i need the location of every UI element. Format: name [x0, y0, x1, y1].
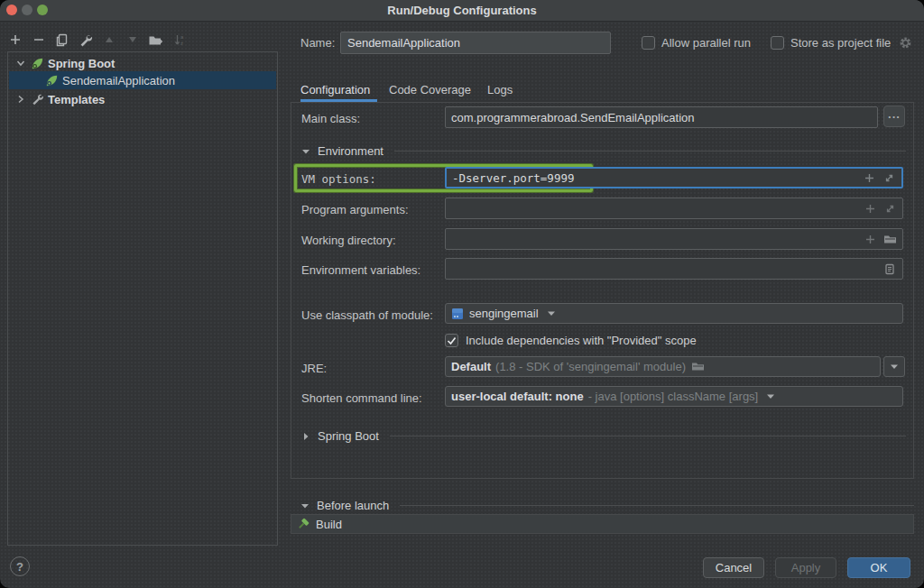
working-directory-label: Working directory: — [301, 234, 396, 247]
chevron-right-icon — [301, 432, 312, 441]
shorten-command-line-select[interactable]: user-local default: none - java [options… — [445, 386, 903, 407]
classpath-module-select[interactable]: sengingemail — [445, 303, 903, 324]
tree-item-label: Spring Boot — [48, 57, 115, 70]
move-down-button[interactable] — [125, 32, 140, 48]
vm-options-label: VM options: — [301, 172, 376, 186]
allow-parallel-run-checkbox[interactable]: Allow parallel run — [642, 36, 751, 50]
add-macro-icon[interactable] — [863, 232, 877, 246]
dialog-title: Run/Debug Configurations — [0, 4, 924, 17]
tab-code-coverage[interactable]: Code Coverage — [389, 83, 471, 96]
ok-button[interactable]: OK — [847, 557, 910, 578]
chevron-down-icon — [300, 501, 311, 510]
help-button[interactable]: ? — [10, 556, 30, 576]
add-configuration-button[interactable] — [7, 32, 23, 48]
sort-configurations-button[interactable]: az — [171, 32, 187, 48]
before-launch-section-header[interactable]: Before launch — [300, 499, 914, 512]
edit-templates-button[interactable] — [78, 32, 93, 48]
cancel-button[interactable]: Cancel — [703, 557, 764, 578]
vm-options-input[interactable]: -Dserver.port=9999 — [445, 167, 903, 188]
configuration-tab-panel: Main class: com.programmerabroad.SendEma… — [291, 102, 914, 479]
configurations-tree: Spring Boot SendemailApplication Templat… — [7, 51, 278, 546]
program-arguments-label: Program arguments: — [301, 203, 409, 216]
jre-hint: (1.8 - SDK of 'sengingemail' module) — [495, 360, 686, 373]
classpath-module-value: sengingemail — [469, 307, 539, 320]
question-mark-icon: ? — [16, 560, 23, 574]
expand-field-icon[interactable] — [882, 201, 897, 216]
name-input[interactable]: SendemailApplication — [340, 32, 611, 54]
add-macro-icon[interactable] — [863, 201, 877, 216]
jre-value: Default — [451, 360, 491, 373]
gear-icon[interactable] — [899, 36, 912, 50]
program-arguments-input[interactable] — [445, 198, 903, 219]
jre-dropdown-button[interactable] — [883, 356, 905, 377]
tree-item-label: SendemailApplication — [62, 74, 175, 87]
store-as-project-file-checkbox[interactable]: Store as project file — [771, 36, 912, 50]
add-icon — [9, 33, 22, 46]
store-as-project-file-label: Store as project file — [790, 36, 891, 50]
tree-item-sendemail-application[interactable]: SendemailApplication — [9, 71, 276, 89]
remove-configuration-button[interactable] — [31, 32, 46, 48]
tab-logs[interactable]: Logs — [487, 83, 513, 96]
checkbox-checked-icon — [445, 334, 458, 347]
move-up-icon — [104, 34, 115, 45]
svg-text:z: z — [180, 41, 183, 46]
apply-button[interactable]: Apply — [775, 557, 836, 578]
working-directory-input[interactable] — [445, 228, 903, 250]
browse-folder-icon[interactable] — [691, 360, 706, 374]
checkbox-icon — [642, 36, 655, 50]
spring-boot-section-label: Spring Boot — [318, 429, 379, 443]
environment-section-label: Environment — [318, 144, 383, 158]
ellipsis-label: ... — [888, 107, 901, 121]
sort-alphabetically-icon: az — [173, 33, 186, 47]
move-down-icon — [127, 34, 138, 45]
svg-text:a: a — [180, 34, 184, 40]
vm-options-value: -Dserver.port=9999 — [452, 171, 574, 185]
before-launch-build-item[interactable]: Build — [291, 514, 914, 534]
wrench-icon — [79, 33, 92, 47]
wrench-icon — [31, 93, 44, 106]
chevron-down-icon — [544, 307, 559, 321]
build-item-label: Build — [316, 518, 342, 531]
main-class-input[interactable]: com.programmerabroad.SendEmailApplicatio… — [445, 106, 878, 128]
environment-variables-input[interactable] — [445, 258, 903, 280]
name-value: SendemailApplication — [347, 36, 460, 50]
environment-section-header[interactable]: Environment — [301, 144, 906, 158]
move-up-button[interactable] — [101, 32, 116, 48]
tree-item-label: Templates — [48, 93, 105, 106]
section-rule — [394, 151, 906, 152]
shorten-command-line-label: Shorten command line: — [301, 391, 422, 405]
tree-item-spring-boot[interactable]: Spring Boot — [9, 54, 276, 72]
section-rule — [390, 436, 906, 436]
jre-select[interactable]: Default (1.8 - SDK of 'sengingemail' mod… — [445, 356, 881, 377]
browse-main-class-button[interactable]: ... — [883, 106, 905, 127]
tab-configuration[interactable]: Configuration — [300, 83, 370, 96]
section-rule — [400, 505, 914, 506]
tree-item-templates[interactable]: Templates — [9, 90, 276, 108]
run-debug-configurations-dialog: Run/Debug Configurations az — [0, 0, 924, 588]
provided-scope-label: Include dependencies with "Provided" sco… — [466, 334, 697, 347]
shorten-command-line-hint: - java [options] className [args] — [588, 390, 759, 403]
environment-variables-label: Environment variables: — [301, 263, 420, 277]
hammer-icon — [296, 517, 310, 531]
checkbox-icon — [771, 36, 784, 50]
chevron-right-icon[interactable] — [16, 95, 27, 104]
classpath-module-label: Use classpath of module: — [301, 308, 433, 322]
module-icon — [451, 308, 464, 320]
title-bar: Run/Debug Configurations — [0, 0, 924, 22]
create-folder-button[interactable] — [148, 32, 163, 48]
main-class-label: Main class: — [301, 112, 360, 125]
spring-boot-section-header[interactable]: Spring Boot — [301, 429, 906, 443]
jre-label: JRE: — [301, 362, 327, 375]
main-class-value: com.programmerabroad.SendEmailApplicatio… — [451, 111, 695, 124]
browse-folder-icon[interactable] — [882, 232, 897, 246]
chevron-down-icon[interactable] — [16, 59, 27, 68]
chevron-down-icon — [301, 147, 312, 156]
add-macro-icon[interactable] — [862, 170, 876, 185]
provided-scope-checkbox[interactable]: Include dependencies with "Provided" sco… — [445, 334, 697, 347]
copy-configuration-button[interactable] — [54, 32, 69, 48]
before-launch-section-label: Before launch — [317, 499, 389, 512]
expand-field-icon[interactable] — [882, 170, 896, 185]
browse-variables-icon[interactable] — [882, 262, 897, 276]
remove-icon — [32, 33, 45, 46]
new-folder-icon — [148, 33, 163, 47]
